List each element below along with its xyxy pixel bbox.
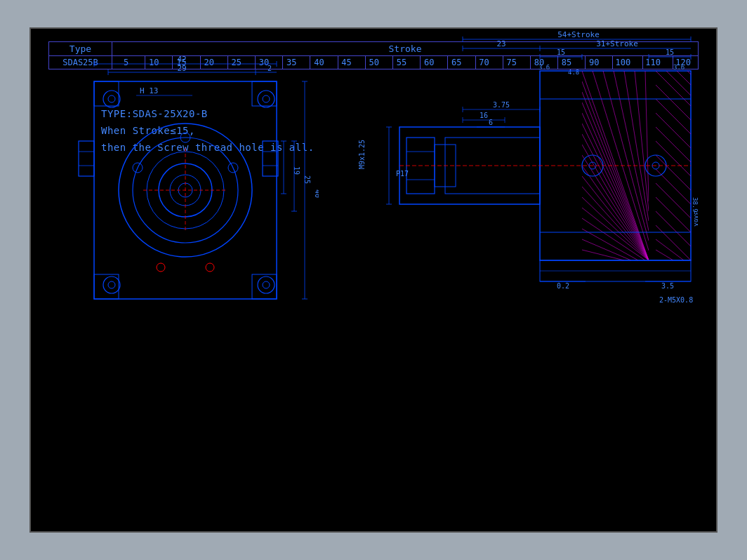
svg-line-82 (614, 71, 649, 231)
svg-point-42 (157, 263, 165, 272)
svg-text:6: 6 (489, 119, 493, 126)
svg-line-112 (656, 183, 691, 218)
svg-point-22 (108, 281, 115, 288)
svg-line-84 (635, 71, 649, 211)
svg-line-94 (582, 166, 649, 260)
svg-rect-13 (94, 81, 119, 106)
svg-line-110 (656, 155, 691, 190)
svg-text:4.8: 4.8 (568, 69, 579, 76)
svg-line-104 (656, 71, 691, 106)
svg-line-97 (582, 197, 649, 260)
svg-point-19 (258, 91, 275, 107)
front-view: 42 29 2 H 13 (52, 43, 319, 359)
svg-line-91 (582, 134, 649, 260)
svg-text:3X6X: 3X6X (693, 211, 698, 227)
svg-text:15: 15 (666, 48, 674, 56)
stroke-val: 45 (338, 56, 355, 69)
svg-rect-16 (252, 274, 277, 299)
svg-line-116 (656, 239, 684, 260)
svg-point-18 (108, 95, 115, 102)
svg-point-43 (206, 263, 214, 272)
svg-text:54+Stroke: 54+Stroke (557, 30, 600, 39)
svg-text:29: 29 (177, 64, 186, 73)
svg-line-117 (656, 250, 673, 260)
svg-text:H 13: H 13 (140, 86, 159, 95)
svg-text:P17: P17 (396, 170, 409, 178)
svg-text:2-M5X0.8: 2-M5X0.8 (659, 296, 693, 304)
svg-text:M9x1.25: M9x1.25 (358, 140, 366, 169)
svg-line-88 (582, 102, 649, 260)
svg-text:40: 40 (314, 189, 319, 198)
svg-point-17 (103, 91, 120, 107)
svg-text:3.75: 3.75 (493, 101, 510, 109)
svg-point-20 (263, 95, 270, 102)
svg-line-83 (624, 71, 649, 221)
svg-rect-26 (263, 141, 278, 176)
svg-line-109 (656, 141, 691, 176)
svg-point-23 (258, 276, 275, 293)
side-view: 54+Stroke 23 31+Stroke 15 15 3.6 3.6 4.8 (354, 29, 698, 373)
svg-line-118 (666, 71, 691, 95)
svg-line-115 (656, 225, 691, 260)
svg-line-119 (677, 71, 691, 85)
svg-line-102 (582, 250, 624, 260)
svg-line-114 (656, 211, 691, 246)
svg-line-80 (593, 71, 649, 251)
svg-text:3.6: 3.6 (673, 64, 685, 71)
svg-rect-25 (79, 141, 94, 176)
svg-point-24 (263, 281, 270, 288)
svg-line-99 (582, 218, 645, 260)
svg-line-113 (656, 197, 691, 232)
svg-text:2: 2 (267, 65, 272, 72)
svg-text:42: 42 (177, 55, 186, 64)
svg-line-89 (582, 113, 649, 260)
svg-text:3.6: 3.6 (538, 64, 550, 71)
svg-text:16: 16 (480, 112, 488, 119)
svg-line-96 (582, 187, 649, 260)
svg-text:38.9: 38.9 (692, 197, 698, 213)
cad-drawing: Type Stroke SDAS25B 51015202530354045505… (29, 27, 718, 533)
svg-line-106 (656, 99, 691, 134)
svg-point-21 (103, 276, 120, 293)
svg-text:15: 15 (557, 48, 565, 56)
svg-text:0.2: 0.2 (557, 282, 569, 290)
svg-text:3.5: 3.5 (661, 282, 674, 290)
svg-text:23: 23 (496, 39, 505, 48)
svg-text:31+Stroke: 31+Stroke (596, 39, 638, 48)
svg-line-107 (656, 113, 691, 148)
